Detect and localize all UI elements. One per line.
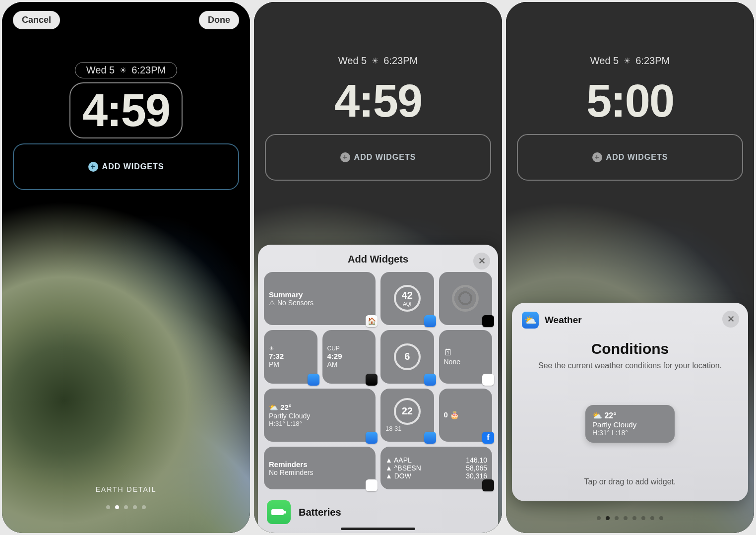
- phone-screen-3: Wed 5 ☀︎ 6:23PM 5:00 + ADD WIDGETS ⛅ Wea…: [506, 2, 754, 533]
- detail-title: Conditions: [522, 340, 738, 357]
- aqi-label: AQI: [403, 301, 411, 307]
- widget-weather-conditions[interactable]: ⛅ 22° Partly Cloudy H:31° L:18°: [264, 389, 376, 442]
- stock-value: 58,065: [466, 464, 487, 472]
- date-label: Wed 5: [86, 65, 115, 76]
- wallpaper-name: EARTH DETAIL: [2, 485, 250, 493]
- add-widgets-sheet: Add Widgets ✕ Summary ⚠ No Sensors 🏠 42A…: [258, 245, 498, 534]
- add-widgets-label: ADD WIDGETS: [102, 162, 164, 171]
- svg-rect-0: [271, 509, 284, 515]
- bday-count: 0: [444, 410, 448, 419]
- stock-symbol: ▲ AAPL: [385, 456, 412, 464]
- aqi-value: 42: [402, 290, 413, 301]
- widget-stocks[interactable]: ▲ AAPL146.10 ▲ ^BSESN58,065 ▲ DOW30,316: [380, 447, 492, 489]
- date-label: Wed 5: [590, 55, 619, 67]
- date-widget: Wed 5 ☀︎ 6:23PM: [327, 53, 429, 69]
- widget-preview[interactable]: ⛅ 22° Partly Cloudy H:31° L:18°: [585, 405, 675, 443]
- add-widgets-label: ADD WIDGETS: [606, 153, 668, 162]
- date-widget: Wed 5 ☀︎ 6:23PM: [579, 53, 681, 69]
- clock-time: 7:32: [269, 352, 313, 360]
- widget-aqi[interactable]: 42AQI: [380, 272, 434, 326]
- clock-ampm: AM: [327, 360, 371, 368]
- close-button[interactable]: ✕: [722, 311, 739, 328]
- activity-rings-icon: [452, 285, 479, 312]
- widget-home-summary[interactable]: Summary ⚠ No Sensors 🏠: [264, 272, 376, 326]
- detail-hint: Tap or drag to add widget.: [522, 477, 738, 486]
- fitness-app-icon: [482, 315, 494, 327]
- wallpaper-pager[interactable]: [2, 505, 250, 509]
- widget-subtitle: No Reminders: [269, 468, 371, 476]
- phone-screen-1: Cancel Done Wed 5 ☀︎ 6:23PM 4:59 + ADD W…: [2, 2, 250, 533]
- facebook-app-icon: f: [482, 432, 494, 444]
- app-name: Weather: [545, 315, 582, 326]
- uv-value: 6: [404, 351, 410, 362]
- cond-desc: Partly Cloudy: [269, 412, 371, 420]
- sunset-icon: ☀︎: [624, 56, 630, 66]
- clock-ampm: PM: [269, 360, 313, 368]
- widget-suggestions-grid: Summary ⚠ No Sensors 🏠 42AQI ☀︎ 7:32 PM: [264, 272, 492, 490]
- cond-hilo: H:31° L:18°: [269, 420, 371, 427]
- widget-detail-sheet: ⛅ Weather ✕ Conditions See the current w…: [512, 303, 748, 501]
- widget-uv-index[interactable]: 6: [380, 330, 434, 384]
- svg-rect-1: [284, 511, 286, 514]
- widget-calendar-next[interactable]: 🗓 None: [439, 330, 493, 384]
- phone-screen-2: Wed 5 ☀︎ 6:23PM 4:59 + ADD WIDGETS Add W…: [254, 2, 502, 533]
- plus-circle-icon: +: [340, 152, 350, 162]
- home-app-icon: 🏠: [366, 315, 378, 327]
- clock-app-icon: [366, 374, 378, 386]
- widget-title: Reminders: [269, 460, 371, 468]
- battery-icon: [267, 500, 291, 524]
- widget-birthdays[interactable]: 0 🎂 f: [439, 389, 493, 442]
- date-widget[interactable]: Wed 5 ☀︎ 6:23PM: [75, 62, 177, 78]
- add-widgets-slot[interactable]: + ADD WIDGETS: [13, 143, 239, 190]
- done-button[interactable]: Done: [199, 11, 239, 29]
- calendar-icon: 🗓: [444, 347, 488, 358]
- sunset-time: 6:23PM: [635, 55, 670, 67]
- category-name: Batteries: [299, 507, 341, 518]
- stocks-app-icon: [482, 479, 494, 491]
- clock-time: 5:00: [573, 73, 687, 129]
- stock-value: 146.10: [466, 456, 487, 464]
- widget-style-pager[interactable]: [506, 516, 754, 520]
- preview-desc: Partly Cloudy: [592, 420, 668, 429]
- add-widgets-slot: + ADD WIDGETS: [517, 134, 743, 181]
- plus-circle-icon: +: [592, 152, 602, 162]
- widget-sun-moon[interactable]: 22 18 31: [380, 389, 434, 442]
- weather-app-icon: ⛅: [522, 312, 539, 329]
- detail-subtitle: See the current weather conditions for y…: [522, 361, 738, 370]
- widget-city-clock-2[interactable]: CUP 4:29 AM: [322, 330, 376, 384]
- sunset-icon: ☀︎: [372, 56, 378, 66]
- home-indicator[interactable]: [341, 528, 415, 530]
- moon-sub: 18 31: [385, 425, 429, 432]
- calendar-label: None: [444, 358, 488, 366]
- clock-time: 4:59: [321, 73, 435, 129]
- weather-app-icon: [424, 315, 436, 327]
- plus-circle-icon: +: [88, 162, 98, 172]
- close-button[interactable]: ✕: [473, 253, 490, 269]
- stock-symbol: ▲ ^BSESN: [385, 464, 421, 472]
- widget-title: Summary: [269, 290, 371, 299]
- stock-value: 30,316: [466, 472, 487, 480]
- widget-subtitle: ⚠ No Sensors: [269, 299, 371, 307]
- cancel-button[interactable]: Cancel: [13, 11, 60, 29]
- date-label: Wed 5: [338, 55, 367, 67]
- cond-temp: 22°: [280, 403, 292, 411]
- widget-fitness-rings[interactable]: [439, 272, 493, 326]
- clock-time: 4:29: [327, 352, 371, 360]
- sunset-time: 6:23PM: [131, 65, 166, 76]
- sheet-title: Add Widgets: [348, 254, 408, 265]
- clock-time[interactable]: 4:59: [69, 82, 183, 138]
- widget-city-clock-1[interactable]: ☀︎ 7:32 PM: [264, 330, 317, 384]
- stock-symbol: ▲ DOW: [385, 472, 411, 480]
- reminders-app-icon: [366, 479, 378, 491]
- clock-city: CUP: [327, 345, 371, 352]
- sunset-time: 6:23PM: [383, 55, 418, 67]
- widget-reminders[interactable]: Reminders No Reminders: [264, 447, 376, 489]
- sunset-icon: ☀︎: [120, 66, 126, 75]
- preview-temp: 22°: [604, 411, 616, 420]
- weather-app-icon: [424, 432, 436, 444]
- moon-value: 22: [402, 405, 413, 417]
- add-widgets-label: ADD WIDGETS: [354, 153, 416, 162]
- add-widgets-slot: + ADD WIDGETS: [265, 134, 491, 181]
- preview-hilo: H:31° L:18°: [592, 429, 668, 437]
- weather-app-icon: [366, 432, 378, 444]
